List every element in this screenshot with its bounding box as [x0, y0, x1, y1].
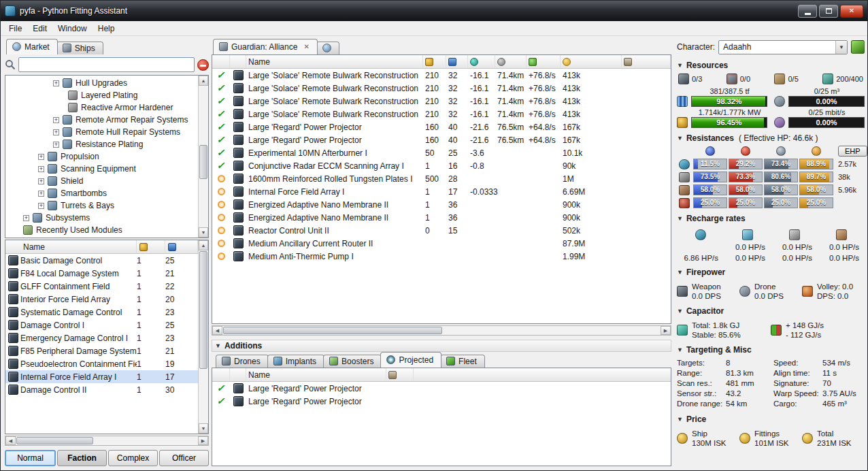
scroll-right-icon[interactable]: ▶: [198, 436, 208, 445]
fit-module-row[interactable]: Conjunctive Radar ECCM Scanning Array I …: [212, 159, 671, 172]
ammo-column-icon[interactable]: [624, 58, 632, 66]
menu-item[interactable]: Edit: [27, 22, 52, 35]
tree-item[interactable]: Recently Used Modules: [5, 224, 198, 236]
ammo-column-icon[interactable]: [388, 371, 397, 379]
expand-icon[interactable]: [38, 203, 44, 209]
tree-item[interactable]: Subsystems: [5, 212, 198, 224]
expand-icon[interactable]: [38, 178, 44, 184]
name-column-header[interactable]: Name: [20, 240, 137, 253]
fit-module-row[interactable]: Large 'Regard' Power Projector 160 40 -2…: [212, 120, 671, 133]
module-state-icon[interactable]: [217, 135, 226, 144]
scroll-right-icon[interactable]: ▶: [661, 326, 671, 335]
tree-item[interactable]: Reactive Armor Hardener: [5, 101, 198, 114]
cpu-column-icon[interactable]: [168, 243, 176, 251]
fit-module-row[interactable]: Energized Adaptive Nano Membrane II 1 36…: [212, 198, 671, 211]
module-state-icon[interactable]: [217, 123, 226, 131]
meta-group-button[interactable]: Complex: [108, 450, 158, 466]
market-item-row[interactable]: Emergency Damage Control I 1 23: [5, 331, 198, 344]
scroll-up-icon[interactable]: ▲: [199, 76, 208, 86]
module-state-icon[interactable]: [218, 227, 225, 234]
market-item-row[interactable]: Damage Control I 1 25: [5, 319, 198, 331]
name-column-header[interactable]: Name: [246, 55, 423, 68]
expand-icon[interactable]: [38, 166, 44, 172]
market-item-row[interactable]: GLFF Containment Field 1 22: [5, 280, 198, 293]
expand-icon[interactable]: [53, 129, 59, 135]
module-state-icon[interactable]: [218, 240, 225, 247]
projected-module-row[interactable]: Large 'Regard' Power Projector: [212, 382, 671, 395]
fit-module-row[interactable]: Large 'Solace' Remote Bulwark Reconstruc…: [212, 95, 671, 108]
powergrid-column-icon[interactable]: [425, 58, 433, 66]
additions-tab[interactable]: Implants: [267, 355, 324, 368]
cpu-column-icon[interactable]: [448, 58, 456, 66]
expand-icon[interactable]: [53, 117, 59, 123]
new-tab-button[interactable]: [316, 42, 339, 54]
market-item-row[interactable]: Systematic Damage Control 1 23: [5, 306, 198, 319]
scroll-down-icon[interactable]: ▼: [199, 423, 208, 434]
tree-item[interactable]: Remote Armor Repair Systems: [5, 114, 198, 126]
tree-item[interactable]: Propulsion: [5, 150, 198, 163]
scroll-up-icon[interactable]: ▲: [199, 240, 208, 250]
clear-search-button[interactable]: [197, 59, 209, 71]
menu-item[interactable]: Help: [93, 22, 120, 35]
market-hscrollbar[interactable]: ◀ ▶: [5, 436, 209, 446]
fit-module-row[interactable]: Reactor Control Unit II 0 15 502k: [212, 224, 671, 237]
market-item-row[interactable]: Internal Force Field Array I 1 17: [5, 370, 198, 383]
scrollbar-thumb[interactable]: [199, 251, 207, 369]
fit-module-row[interactable]: Large 'Solace' Remote Bulwark Reconstruc…: [212, 108, 671, 120]
tree-item[interactable]: Smartbombs: [5, 187, 198, 199]
module-state-icon[interactable]: [217, 161, 226, 170]
collapse-icon[interactable]: ▼: [677, 215, 683, 222]
expand-icon[interactable]: [53, 142, 59, 148]
market-search-input[interactable]: [18, 57, 195, 72]
module-state-icon[interactable]: [217, 84, 226, 93]
module-state-icon[interactable]: [217, 97, 226, 105]
scroll-left-icon[interactable]: ◀: [212, 326, 222, 335]
tree-item[interactable]: Remote Hull Repair Systems: [5, 126, 198, 138]
name-column-header[interactable]: Name: [246, 368, 386, 381]
module-state-icon[interactable]: [218, 175, 225, 182]
fit-module-row[interactable]: 1600mm Reinforced Rolled Tungsten Plates…: [212, 172, 671, 185]
module-state-icon[interactable]: [218, 214, 225, 221]
scroll-left-icon[interactable]: ◀: [5, 436, 16, 445]
market-panel-tab[interactable]: Ships: [56, 42, 103, 54]
tree-item[interactable]: Scanning Equipment: [5, 163, 198, 175]
ehp-toggle-button[interactable]: EHP: [838, 146, 867, 157]
fit-module-row[interactable]: Medium Anti-Thermic Pump I 1.99M: [212, 250, 671, 263]
module-state-icon[interactable]: [217, 110, 226, 118]
additions-tab[interactable]: Fleet: [440, 355, 485, 368]
fit-module-row[interactable]: Medium Ancillary Current Router II 87.9M: [212, 237, 671, 250]
tree-scrollbar[interactable]: ▲ ▼: [198, 76, 208, 238]
tree-item[interactable]: Hull Upgrades: [5, 77, 198, 89]
character-editor-button[interactable]: [851, 40, 865, 54]
additions-tab[interactable]: Projected: [380, 352, 441, 368]
projected-module-row[interactable]: Large 'Regard' Power Projector: [212, 395, 671, 408]
menu-item[interactable]: File: [3, 22, 27, 35]
fit-tab[interactable]: Guardian: Alliance ✕: [213, 39, 318, 54]
meta-group-button[interactable]: Normal: [5, 450, 56, 466]
fit-module-row[interactable]: Large 'Regard' Power Projector 160 40 -2…: [212, 133, 671, 146]
range-column-icon[interactable]: [497, 58, 505, 66]
tree-item[interactable]: Shield: [5, 175, 198, 187]
expand-icon[interactable]: [23, 215, 29, 221]
module-state-icon[interactable]: [218, 201, 225, 208]
collapse-icon[interactable]: ▼: [677, 346, 683, 353]
fit-module-row[interactable]: Experimental 10MN Afterburner I 50 25 -3…: [212, 146, 671, 159]
maximize-button[interactable]: [819, 5, 838, 18]
market-item-row[interactable]: Pseudoelectron Containment Field I 1 19: [5, 357, 198, 370]
module-state-icon[interactable]: [217, 384, 226, 393]
collapse-icon[interactable]: ▼: [677, 308, 683, 314]
market-item-row[interactable]: F84 Local Damage System 1 21: [5, 267, 198, 280]
market-panel-tab[interactable]: Market: [6, 39, 58, 54]
dropdown-arrow-icon[interactable]: ▼: [835, 41, 847, 54]
character-select[interactable]: Adaahh ▼: [718, 40, 848, 54]
module-state-icon[interactable]: [217, 71, 226, 80]
scrollbar-thumb[interactable]: [199, 145, 207, 179]
scroll-down-icon[interactable]: ▼: [199, 227, 208, 238]
market-item-row[interactable]: Damage Control II 1 30: [5, 383, 198, 396]
fit-module-row[interactable]: Energized Adaptive Nano Membrane II 1 36…: [212, 211, 671, 224]
market-item-row[interactable]: Interior Force Field Array 1 20: [5, 293, 198, 306]
meta-group-button[interactable]: Faction: [57, 450, 107, 466]
close-tab-icon[interactable]: ✕: [303, 44, 309, 50]
module-state-icon[interactable]: [218, 188, 225, 195]
expand-icon[interactable]: [38, 191, 44, 197]
